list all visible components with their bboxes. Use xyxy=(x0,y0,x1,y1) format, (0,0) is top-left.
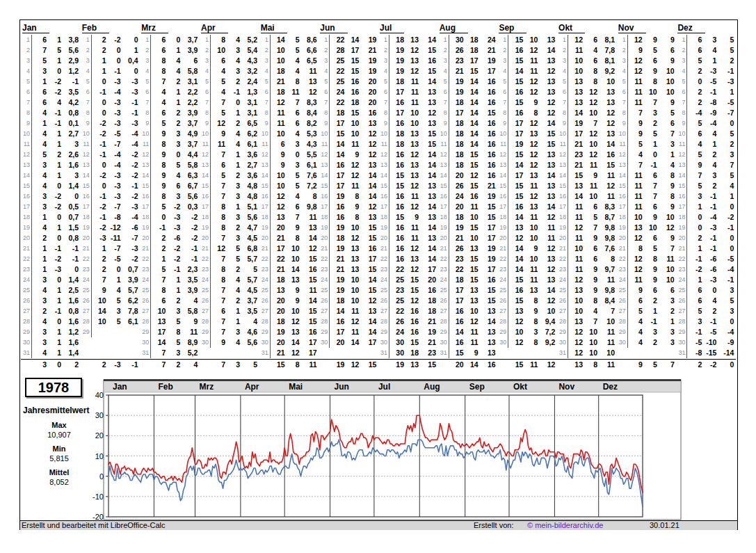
month-header: Jan xyxy=(21,23,81,35)
month-column-Jan: Jan1613,82755,63512,94301,251-2-166-23,5… xyxy=(21,23,81,370)
month-mean-row: 957 xyxy=(617,359,677,370)
y-tick-label: 20 xyxy=(95,431,104,440)
mittel-label: Mittel xyxy=(20,468,98,476)
month-column-Jun: Jun1221419228172132515194221519525162062… xyxy=(319,23,378,370)
month-column-Apr: Apr1845,221035,43644,34433,25522,464-11,… xyxy=(200,23,259,370)
month-band-label: Aug xyxy=(424,382,440,392)
footer-bar: Erstellt und bearbeitet mit LibreOffice-… xyxy=(20,520,737,530)
month-day-rows: 12-2022013100,441-1050-3-36-1-4-370-3-18… xyxy=(81,35,140,358)
month-column-Feb: Feb12-2022013100,441-1050-3-36-1-4-370-3… xyxy=(81,23,140,370)
month-mean-row: 2-20 xyxy=(676,359,736,370)
footer-date: 30.01.21 xyxy=(650,521,679,529)
month-header: Dez xyxy=(676,23,736,35)
month-column-Jul: Jul1181314219121531913164191215518111461… xyxy=(378,23,438,370)
max-value: 10,907 xyxy=(20,431,98,439)
month-mean-row: 724 xyxy=(140,359,200,370)
month-band-label: Dez xyxy=(603,382,618,392)
month-header: Sep xyxy=(497,23,557,35)
month-mean-row: 191315 xyxy=(378,359,438,370)
jahresmittelwert-label: Jahresmittelwert xyxy=(23,406,89,415)
y-tick-label: 30 xyxy=(95,411,104,419)
mittel-value: 8,052 xyxy=(20,478,98,486)
month-band-label: Mrz xyxy=(199,382,214,392)
month-header: Aug xyxy=(438,23,498,35)
daily-temperature-table: Jan1613,82755,63512,94301,251-2-166-23,5… xyxy=(21,23,736,370)
month-band xyxy=(104,381,681,392)
month-header: Jun xyxy=(319,23,378,35)
min-value: 5,815 xyxy=(20,454,98,463)
month-band-label: Jan xyxy=(113,382,127,392)
month-band-label: Mai xyxy=(289,382,303,392)
month-band-label: Nov xyxy=(558,382,574,392)
spreadsheet-page: Jan1613,82755,63512,94301,251-2-166-23,5… xyxy=(0,0,756,553)
month-column-Mai: Mai11458,621056,631046,54184115218136181… xyxy=(259,23,319,370)
year-stats-panel: Max 10,907 Min 5,815 Mittel 8,052 xyxy=(20,415,98,486)
month-day-rows: 1603,72613,938464845,85723,16412,27412,2… xyxy=(140,35,200,358)
min-label: Min xyxy=(20,444,98,453)
y-tick-label: 40 xyxy=(95,391,104,399)
month-mean-row: 151112 xyxy=(497,359,557,370)
month-header: Apr xyxy=(200,23,259,35)
created-by-label: Erstellt von: xyxy=(474,521,513,529)
year-label: 1978 xyxy=(38,380,70,395)
month-day-rows: 1181314219121531913164191215518111461711… xyxy=(378,35,438,358)
month-band-label: Apr xyxy=(245,382,259,392)
created-with-text: Erstellt und bearbeitet mit LibreOffice-… xyxy=(22,521,165,529)
month-column-Sep: Sep1151013216121431511134141112515121361… xyxy=(497,23,557,370)
month-mean-row: 302 xyxy=(21,359,81,370)
temperature-chart: 403020100-10-20JanFebMrzAprMaiJunJulAugS… xyxy=(90,379,702,521)
month-day-rows: 1613,82755,63512,94301,251-2-166-23,5764… xyxy=(21,35,81,358)
month-mean-row: 735 xyxy=(200,359,259,370)
temperature-chart-svg: 403020100-10-20JanFebMrzAprMaiJunJulAugS… xyxy=(90,379,702,521)
month-band-label: Okt xyxy=(513,382,527,392)
month-mean-row: 191215 xyxy=(319,359,378,370)
calc-sheet: Jan1613,82755,63512,94301,251-2-166-23,5… xyxy=(19,19,738,530)
month-band-label: Feb xyxy=(158,382,172,392)
month-day-rows: 1129929563126941291051181061110107117987… xyxy=(617,35,677,358)
max-label: Max xyxy=(20,421,98,429)
month-day-rows: 1151013216121431511134141112515121361612… xyxy=(497,35,557,358)
y-tick-label: -10 xyxy=(93,492,104,501)
month-header: Feb xyxy=(81,23,140,35)
y-tick-label: 0 xyxy=(99,472,104,481)
month-band-label: Jun xyxy=(335,382,349,392)
month-day-rows: 11268,121147,831068,141089,2513810613121… xyxy=(557,35,617,358)
month-band-label: Jul xyxy=(378,382,390,392)
month-day-rows: 1301824226182132317194211517519141661914… xyxy=(438,35,498,358)
month-band-label: Sep xyxy=(469,382,485,392)
month-header: Nov xyxy=(617,23,677,35)
mein-bilderarchiv-link[interactable]: © mein-bilderarchiv.de xyxy=(527,521,603,529)
month-header: Okt xyxy=(557,23,617,35)
month-header: Jul xyxy=(378,23,438,35)
month-column-Mrz: Mrz1603,72613,938464845,85723,16412,2741… xyxy=(140,23,200,370)
month-column-Nov: Nov1129929563126941291051181061110107117… xyxy=(617,23,677,370)
month-mean-row: 2-3-1 xyxy=(81,359,140,370)
month-column-Aug: Aug1301824226182132317194211517519141661… xyxy=(438,23,498,370)
month-header: Mai xyxy=(259,23,319,35)
month-header: Mrz xyxy=(140,23,200,35)
month-column-Okt: Okt11268,121147,831068,141089,2513810613… xyxy=(557,23,617,370)
month-day-rows: 16352645351242-3-150-5-362-1172-8-58-4-9… xyxy=(676,35,736,358)
month-day-rows: 1845,221035,43644,34433,25522,464-11,377… xyxy=(200,35,259,358)
month-mean-row: 201416 xyxy=(438,359,498,370)
month-column-Dez: Dez16352645351242-3-150-5-362-1172-8-58-… xyxy=(676,23,736,370)
month-day-rows: 1221419228172132515194221519525162062416… xyxy=(319,35,378,358)
year-box: 1978 xyxy=(25,378,82,397)
y-tick-label: 10 xyxy=(95,452,104,460)
month-day-rows: 11458,621056,631046,54184115218136181112… xyxy=(259,35,319,358)
month-mean-row: 15811 xyxy=(259,359,319,370)
month-mean-row: 13811 xyxy=(557,359,617,370)
